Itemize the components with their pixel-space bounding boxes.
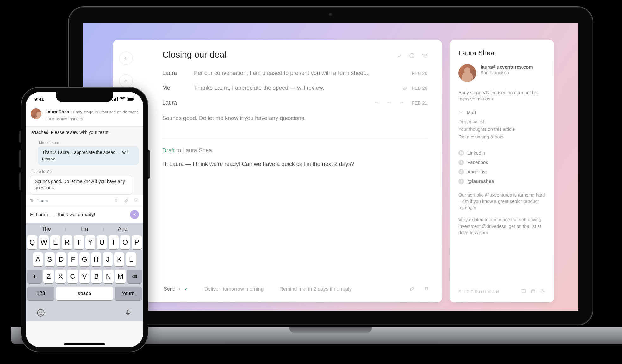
archive-icon[interactable] (422, 53, 427, 60)
divider (162, 138, 427, 138)
home-indicator[interactable] (64, 343, 105, 345)
attachment-icon (402, 86, 408, 90)
key-k[interactable]: K (114, 252, 124, 266)
attach-icon[interactable] (409, 286, 415, 292)
return-key[interactable]: return (115, 287, 142, 300)
settings-icon[interactable] (540, 289, 545, 295)
phone-contact-header[interactable]: Laura Shea • Early stage VC focused on d… (26, 106, 143, 127)
key-a[interactable]: A (33, 252, 43, 266)
key-s[interactable]: S (45, 252, 55, 266)
message-date: FEB 20 (412, 85, 427, 91)
subject-actions (396, 53, 427, 60)
social-label: @laurashea (467, 179, 494, 184)
draft-input[interactable]: Hi Laura — I think we're ready! (30, 212, 130, 217)
svg-rect-6 (115, 98, 116, 101)
key-v[interactable]: V (79, 270, 90, 283)
key-n[interactable]: N (103, 270, 114, 283)
back-button[interactable] (119, 52, 133, 65)
thread-subject: Closing our deal (162, 50, 226, 60)
draft-block[interactable]: Draft to Laura Shea Hi Laura — I think w… (162, 147, 427, 167)
key-j[interactable]: J (103, 252, 113, 266)
social-label: AngelList (467, 169, 487, 174)
key-o[interactable]: O (120, 235, 130, 249)
suggestion[interactable]: I'm (65, 226, 104, 232)
expand-icon[interactable] (134, 198, 139, 203)
phone-thread[interactable]: attached. Please review with your team. … (26, 127, 143, 194)
mail-section-header: Mail (458, 110, 545, 115)
key-row-4: 123 space return (27, 287, 142, 300)
key-d[interactable]: D (56, 252, 66, 266)
draft-input-row[interactable]: Hi Laura — I think we're ready! (26, 207, 143, 223)
key-r[interactable]: R (62, 235, 72, 249)
social-facebook[interactable]: fFacebook (458, 158, 545, 167)
send-text: Send (164, 286, 175, 292)
key-c[interactable]: C (67, 270, 78, 283)
expanded-message: Laura FEB 21 Sounds good. Do let me know… (162, 93, 427, 129)
key-x[interactable]: X (55, 270, 66, 283)
social-label: Facebook (467, 160, 488, 165)
mic-button[interactable] (124, 309, 132, 318)
chevron-up-icon (123, 78, 128, 83)
calendar-icon[interactable] (531, 289, 536, 295)
key-h[interactable]: H (91, 252, 101, 266)
chat-icon[interactable] (521, 289, 526, 295)
phone-notch (56, 92, 113, 102)
shift-key[interactable] (27, 270, 42, 283)
key-z[interactable]: Z (43, 270, 54, 283)
reply-icon[interactable] (374, 100, 379, 106)
key-q[interactable]: Q (27, 235, 37, 249)
social-twitter[interactable]: t@laurashea (458, 177, 545, 186)
svg-rect-7 (117, 97, 118, 101)
compose-area: To: Laura Hi Laura — I think we're ready… (26, 195, 143, 223)
svg-rect-5 (114, 99, 115, 101)
send-plus: + (178, 286, 181, 292)
mail-item[interactable]: Re: messaging & bots (458, 133, 545, 141)
backspace-key[interactable] (127, 270, 142, 283)
mark-done-icon[interactable] (396, 53, 402, 60)
send-button[interactable]: Send + (164, 286, 189, 292)
key-m[interactable]: M (115, 270, 126, 283)
key-u[interactable]: U (97, 235, 107, 249)
trash-icon[interactable] (424, 286, 429, 292)
message-bubble-in[interactable]: Sounds good. Do let me know if you have … (30, 175, 132, 194)
key-g[interactable]: G (79, 252, 90, 266)
expanded-actions: FEB 21 (374, 100, 427, 106)
template-icon[interactable] (114, 198, 119, 203)
mail-item[interactable]: Your thoughts on this article (458, 125, 545, 133)
reply-all-icon[interactable] (386, 100, 392, 106)
suggestion[interactable]: And (103, 226, 142, 232)
key-p[interactable]: P (132, 235, 142, 249)
key-row-3: Z X C V B N M (27, 270, 142, 283)
send-button[interactable] (130, 210, 139, 219)
social-label: LinkedIn (467, 150, 485, 155)
snooze-icon[interactable] (409, 53, 415, 60)
remind-option[interactable]: Remind me: in 2 days if no reply (279, 286, 352, 292)
emoji-button[interactable] (37, 309, 45, 318)
key-b[interactable]: B (91, 270, 102, 283)
number-key[interactable]: 123 (27, 287, 54, 300)
deliver-option[interactable]: Deliver: tomorrow morning (204, 286, 264, 292)
key-y[interactable]: Y (85, 235, 96, 249)
message-row[interactable]: Laura Per our conversation, I am pleased… (162, 63, 427, 78)
key-w[interactable]: W (39, 235, 49, 249)
message-bubble-out[interactable]: Thanks Laura, I appreciate the speed — w… (38, 146, 139, 165)
phone-contact-name: Laura Shea (45, 109, 69, 114)
mail-item[interactable]: Diligence list (458, 118, 545, 125)
collapse-button[interactable] (119, 74, 133, 88)
social-angellist[interactable]: AAngelList (458, 167, 545, 177)
key-t[interactable]: T (74, 235, 84, 249)
social-linkedin[interactable]: inLinkedIn (458, 148, 545, 158)
key-e[interactable]: E (50, 235, 60, 249)
contact-sidebar: Laura Shea laura@uxventures.com San Fran… (450, 40, 554, 302)
draft-to: to Laura Shea (176, 147, 212, 154)
to-row[interactable]: To: Laura (26, 195, 143, 207)
key-i[interactable]: I (109, 235, 119, 249)
facebook-icon: f (458, 160, 464, 165)
suggestion[interactable]: The (27, 226, 65, 232)
attach-icon[interactable] (124, 198, 129, 203)
message-row[interactable]: Me Thanks Laura, I appreciate the speed … (162, 78, 427, 93)
key-l[interactable]: L (126, 252, 136, 266)
forward-icon[interactable] (399, 100, 405, 106)
space-key[interactable]: space (56, 287, 113, 300)
key-f[interactable]: F (68, 252, 78, 266)
